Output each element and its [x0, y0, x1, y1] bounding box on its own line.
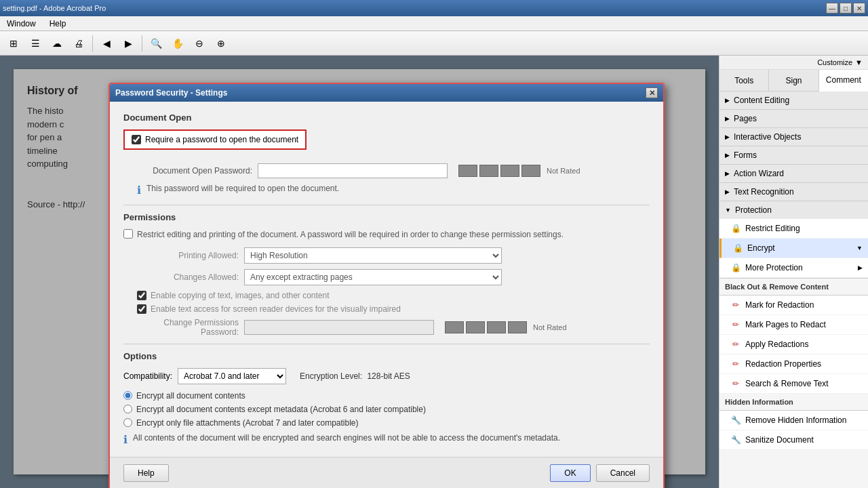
panel-tabs: Tools Sign Comment [719, 70, 868, 92]
encrypt-except-meta-radio[interactable] [123, 405, 132, 413]
sidebar-item-mark-pages-to-redact[interactable]: ✏ Mark Pages to Redact [719, 315, 868, 335]
changes-select[interactable]: Any except extracting pages None Inserti… [244, 269, 502, 285]
require-password-checkbox[interactable] [132, 135, 141, 144]
enable-copying-checkbox[interactable] [137, 291, 146, 300]
sidebar-item-remove-hidden-info[interactable]: 🔧 Remove Hidden Information [719, 411, 868, 430]
bottom-info-row: ℹ All contents of the document will be e… [123, 433, 650, 446]
title-bar-controls[interactable]: — □ ✕ [826, 3, 865, 14]
sidebar-item-mark-for-redaction[interactable]: ✏ Mark for Redaction [719, 296, 868, 315]
sidebar-item-restrict-editing[interactable]: 🔒 Restrict Editing [719, 219, 868, 239]
restrict-editing-item-label: Restrict Editing [745, 224, 800, 233]
minimize-button[interactable]: — [826, 3, 838, 14]
sidebar-item-redaction-properties[interactable]: ✏ Redaction Properties [719, 354, 868, 374]
change-strength-label: Not Rated [533, 323, 567, 331]
cancel-button[interactable]: Cancel [596, 464, 650, 482]
ok-button[interactable]: OK [550, 464, 590, 482]
black-out-content: ✏ Mark for Redaction ✏ Mark Pages to Red… [719, 296, 868, 394]
maximize-button[interactable]: □ [840, 3, 852, 14]
section-interactive-objects-label: Interactive Objects [734, 132, 801, 142]
toolbar-btn-cloud[interactable]: ☁ [47, 34, 66, 53]
section-interactive-objects-header[interactable]: ▶ Interactive Objects [719, 128, 868, 146]
toolbar-btn-list[interactable]: ☰ [26, 34, 45, 53]
toolbar-btn-next[interactable]: ▶ [119, 34, 138, 53]
toolbar-btn-hand[interactable]: ✋ [168, 34, 187, 53]
menu-help[interactable]: Help [47, 18, 69, 30]
dialog-close-button[interactable]: ✕ [646, 87, 658, 98]
mark-pages-to-redact-icon: ✏ [730, 319, 741, 330]
toolbar-btn-zoom[interactable]: 🔍 [146, 34, 165, 53]
toolbar-btn-zoomout[interactable]: ⊖ [190, 34, 209, 53]
doc-open-info-text: This password will be required to open t… [146, 184, 339, 193]
search-remove-text-label: Search & Remove Text [745, 379, 829, 388]
dialog-footer: Help OK Cancel [110, 457, 663, 488]
footer-right-buttons: OK Cancel [550, 464, 650, 482]
dialog-title: Password Security - Settings [115, 88, 227, 98]
redaction-properties-label: Redaction Properties [745, 359, 821, 369]
compatibility-select[interactable]: Acrobat 7.0 and later Acrobat 3 and late… [178, 368, 286, 384]
restrict-editing-checkbox[interactable] [123, 229, 133, 239]
more-protection-icon: 🔒 [730, 262, 741, 273]
section-content-editing-header[interactable]: ▶ Content Editing [719, 92, 868, 109]
change-permissions-password-input[interactable] [244, 320, 434, 335]
enc-level-value: 128-bit AES [367, 371, 410, 381]
printing-select[interactable]: High Resolution None Low Resolution (150… [244, 247, 502, 264]
toolbar-btn-print[interactable]: 🖨 [69, 34, 88, 53]
compatibility-label: Compatibility: [123, 371, 172, 381]
section-pages-header[interactable]: ▶ Pages [719, 110, 868, 127]
tab-tools[interactable]: Tools [719, 70, 769, 91]
tab-comment[interactable]: Comment [819, 70, 868, 92]
section-forms-label: Forms [734, 150, 757, 160]
toolbar-sep-1 [92, 35, 93, 52]
changes-label: Changes Allowed: [137, 272, 239, 282]
customize-label: Customize [817, 58, 852, 66]
section-protection-header[interactable]: ▼ Protection [719, 201, 868, 219]
doc-open-password-input[interactable] [258, 163, 448, 178]
require-password-row: Require a password to open the document [123, 129, 307, 150]
encryption-level-label: Encryption Level: 128-bit AES [300, 371, 410, 381]
section-forms-header[interactable]: ▶ Forms [719, 146, 868, 164]
sidebar-item-encrypt[interactable]: 🔒 Encrypt ▼ [719, 239, 868, 258]
search-remove-text-icon: ✏ [730, 378, 741, 389]
close-button[interactable]: ✕ [853, 3, 865, 14]
toolbar-btn-home[interactable]: ⊞ [4, 34, 23, 53]
remove-hidden-info-icon: 🔧 [730, 415, 741, 426]
sidebar-item-more-protection[interactable]: 🔒 More Protection ▶ [719, 258, 868, 278]
sidebar-item-apply-redactions[interactable]: ✏ Apply Redactions [719, 335, 868, 354]
help-button[interactable]: Help [123, 464, 169, 482]
encrypt-except-meta-row: Encrypt all document contents except met… [123, 405, 650, 414]
section-interactive-objects: ▶ Interactive Objects [719, 128, 868, 146]
sidebar-item-sanitize-document[interactable]: 🔧 Sanitize Document [719, 430, 868, 450]
strength-block-3 [500, 165, 519, 177]
password-strength-indicator: Not Rated [458, 165, 580, 177]
toolbar-btn-zoomin[interactable]: ⊕ [212, 34, 231, 53]
section-content-editing: ▶ Content Editing [719, 92, 868, 110]
redaction-properties-icon: ✏ [730, 359, 741, 369]
tab-sign[interactable]: Sign [769, 70, 818, 91]
apply-redactions-label: Apply Redactions [745, 340, 808, 349]
screen-reader-checkbox[interactable] [137, 304, 146, 314]
section-action-wizard-header[interactable]: ▶ Action Wizard [719, 165, 868, 182]
doc-open-password-row: Document Open Password: Not Rated [137, 163, 650, 178]
toolbar-sep-2 [142, 35, 142, 52]
toolbar-btn-prev[interactable]: ◀ [97, 34, 116, 53]
section-protection: ▼ Protection 🔒 Restrict Editing 🔒 Encryp… [719, 201, 868, 279]
arrow-forms: ▶ [725, 152, 730, 159]
doc-open-info-row: ℹ This password will be required to open… [137, 184, 650, 197]
password-security-dialog: Password Security - Settings ✕ Document … [108, 83, 665, 488]
more-protection-item-label: More Protection [745, 263, 803, 272]
encrypt-all-radio[interactable] [123, 391, 132, 400]
encrypt-item-label: Encrypt [747, 243, 775, 253]
title-bar: setting.pdf - Adobe Acrobat Pro — □ ✕ [0, 0, 868, 16]
encrypt-attachments-label: Encrypt only file attachments (Acrobat 7… [136, 418, 359, 428]
encrypt-all-label: Encrypt all document contents [136, 391, 245, 401]
menu-window[interactable]: Window [4, 18, 39, 30]
customize-bar: Customize ▼ [719, 56, 868, 70]
encrypt-expand-icon: ▼ [856, 245, 863, 251]
remove-hidden-info-label: Remove Hidden Information [745, 415, 846, 425]
protection-content: 🔒 Restrict Editing 🔒 Encrypt ▼ 🔒 More Pr… [719, 219, 868, 278]
mark-for-redaction-icon: ✏ [730, 300, 741, 310]
sidebar-item-search-remove-text[interactable]: ✏ Search & Remove Text [719, 374, 868, 394]
encrypt-attachments-radio[interactable] [123, 418, 132, 427]
section-text-recognition-header[interactable]: ▶ Text Recognition [719, 183, 868, 201]
app-title: setting.pdf - Adobe Acrobat Pro [3, 4, 106, 12]
